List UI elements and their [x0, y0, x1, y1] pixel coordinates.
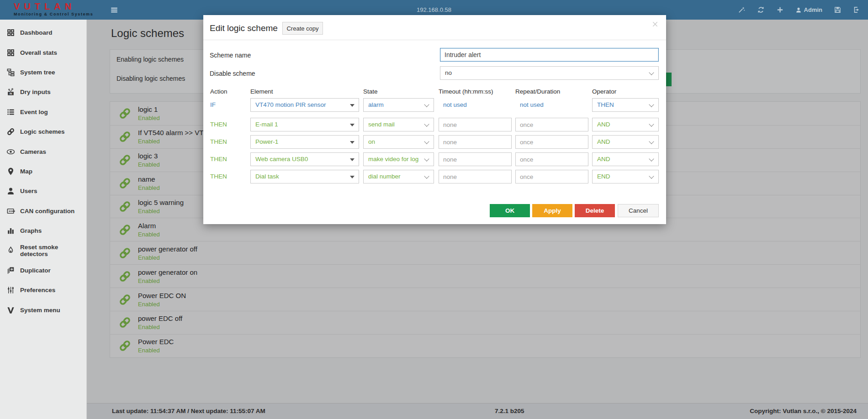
- scheme-status-badge: Enabled: [138, 231, 160, 237]
- chain-link-icon: [118, 130, 132, 143]
- ok-button[interactable]: OK: [490, 204, 530, 217]
- action-label: THEN: [210, 135, 227, 149]
- scheme-name: power generator on: [138, 269, 197, 276]
- sidebar-item-map[interactable]: Map: [0, 162, 86, 181]
- sidebar-item-label: Dashboard: [20, 29, 53, 36]
- sidebar-item-label: Event log: [20, 109, 48, 115]
- timeout-cell: [439, 135, 512, 149]
- edit-logic-scheme-modal: Edit logic scheme Create copy Scheme nam…: [203, 15, 666, 224]
- apply-button[interactable]: Apply: [532, 204, 572, 217]
- add-icon[interactable]: [776, 6, 784, 14]
- firmware-version: 7.2.1 b205: [495, 408, 524, 414]
- state-select[interactable]: dial number: [363, 170, 434, 183]
- sidebar-item-label: Reset smoke detectors: [20, 244, 86, 257]
- column-header-state: State: [363, 88, 378, 95]
- operator-select[interactable]: AND: [592, 118, 659, 131]
- state-select[interactable]: make video for log: [363, 152, 434, 166]
- action-label: THEN: [210, 118, 227, 131]
- state-select[interactable]: alarm: [363, 98, 434, 112]
- scheme-name: logic 5 warning: [138, 199, 184, 206]
- chevron-down-icon: [424, 102, 429, 107]
- sidebar-item-graphs[interactable]: Graphs: [0, 221, 86, 241]
- chevron-down-icon: [649, 139, 654, 144]
- sidebar-item-cameras[interactable]: Cameras: [0, 141, 86, 161]
- scheme-list-item[interactable]: power generator off Enabled: [110, 241, 860, 264]
- admin-menu[interactable]: Admin: [795, 6, 822, 13]
- timeout-input[interactable]: [439, 135, 512, 149]
- chevron-down-icon: [424, 139, 429, 144]
- state-select[interactable]: on: [363, 135, 434, 149]
- operator-select[interactable]: END: [592, 170, 659, 183]
- sidebar-item-label: Duplicator: [20, 267, 51, 274]
- chevron-down-icon: [649, 173, 654, 178]
- operator-select[interactable]: AND: [592, 135, 659, 149]
- scheme-list-item[interactable]: Power EDC Enabled: [110, 334, 860, 357]
- magic-wand-icon[interactable]: [738, 6, 746, 14]
- repeat-cell: [515, 135, 588, 149]
- logic-rule-row: THEN Power-1 on AND: [203, 135, 666, 149]
- operator-select[interactable]: AND: [592, 152, 659, 166]
- list-icon: [6, 108, 15, 116]
- repeat-input[interactable]: [515, 118, 588, 131]
- sidebar-item-preferences[interactable]: Preferences: [0, 280, 86, 300]
- element-dropdown[interactable]: Web camera USB0: [250, 152, 359, 166]
- sidebar-item-users[interactable]: Users: [0, 181, 86, 201]
- chevron-down-icon: [649, 121, 654, 126]
- last-update-text: Last update: 11:54:37 AM / Next update: …: [112, 408, 265, 414]
- dry-icon: [6, 88, 15, 96]
- chain-link-icon: [118, 153, 132, 167]
- element-dropdown[interactable]: E-mail 1: [250, 118, 359, 131]
- scheme-status-badge: Enabled: [138, 278, 197, 284]
- sidebar-item-logic-schemes[interactable]: Logic schemes: [0, 122, 86, 141]
- element-dropdown[interactable]: Power-1: [250, 135, 359, 149]
- logout-icon[interactable]: [853, 6, 861, 14]
- create-copy-button[interactable]: Create copy: [282, 22, 323, 35]
- sidebar-item-system-tree[interactable]: System tree: [0, 63, 86, 82]
- repeat-input[interactable]: [515, 135, 588, 149]
- scheme-name: logic 3: [138, 152, 160, 159]
- logic-rule-row: IF VT470 motion PIR sensor alarm not use…: [203, 98, 666, 112]
- status-bar: Last update: 11:54:37 AM / Next update: …: [87, 403, 868, 419]
- sidebar-item-reset-smoke-detectors[interactable]: Reset smoke detectors: [0, 241, 86, 260]
- cancel-button[interactable]: Cancel: [618, 204, 659, 217]
- repeat-value: not used: [515, 98, 588, 112]
- sidebar-item-duplicator[interactable]: Duplicator: [0, 261, 86, 280]
- sidebar-item-dashboard[interactable]: Dashboard: [0, 23, 86, 42]
- scheme-name-label: Scheme name: [210, 52, 251, 59]
- timeout-input[interactable]: [439, 170, 512, 183]
- element-dropdown[interactable]: VT470 motion PIR sensor: [250, 98, 359, 112]
- repeat-input[interactable]: [515, 170, 588, 183]
- save-icon[interactable]: [834, 6, 842, 14]
- repeat-input[interactable]: [515, 152, 588, 166]
- grid-icon: [6, 48, 15, 57]
- scheme-name-input[interactable]: [440, 48, 659, 62]
- operator-select[interactable]: THEN: [592, 98, 659, 112]
- timeout-input[interactable]: [439, 152, 512, 166]
- sidebar-item-can-configuration[interactable]: CAN configuration: [0, 201, 86, 221]
- dropdown-arrow-icon: [350, 158, 355, 161]
- element-dropdown[interactable]: Dial task: [250, 170, 359, 183]
- grid-icon: [6, 28, 15, 37]
- scheme-name: name: [138, 176, 160, 183]
- chevron-down-icon: [649, 102, 654, 107]
- column-header-element: Element: [250, 88, 273, 95]
- close-icon[interactable]: [651, 21, 659, 28]
- scheme-list-item[interactable]: power EDC off Enabled: [110, 311, 860, 334]
- refresh-icon[interactable]: [757, 6, 765, 14]
- sidebar-item-event-log[interactable]: Event log: [0, 102, 86, 122]
- state-select[interactable]: send mail: [363, 118, 434, 131]
- scheme-status-badge: Enabled: [138, 347, 174, 353]
- sidebar-item-dry-inputs[interactable]: Dry inputs: [0, 82, 86, 102]
- scheme-list-item[interactable]: Power EDC ON Enabled: [110, 288, 860, 311]
- flame-icon: [6, 246, 15, 255]
- sidebar-item-overall-stats[interactable]: Overall stats: [0, 42, 86, 62]
- delete-button[interactable]: Delete: [575, 204, 615, 217]
- scheme-list-item[interactable]: power generator on Enabled: [110, 264, 860, 288]
- timeout-input[interactable]: [439, 118, 512, 131]
- filter-label: Disabling logic schemes: [116, 75, 185, 82]
- timeout-cell: [439, 152, 512, 166]
- tree-icon: [6, 68, 15, 77]
- disable-scheme-select[interactable]: no: [440, 66, 659, 80]
- sidebar-item-system-menu[interactable]: System menu: [0, 300, 86, 319]
- sidebar-item-label: Map: [20, 168, 32, 175]
